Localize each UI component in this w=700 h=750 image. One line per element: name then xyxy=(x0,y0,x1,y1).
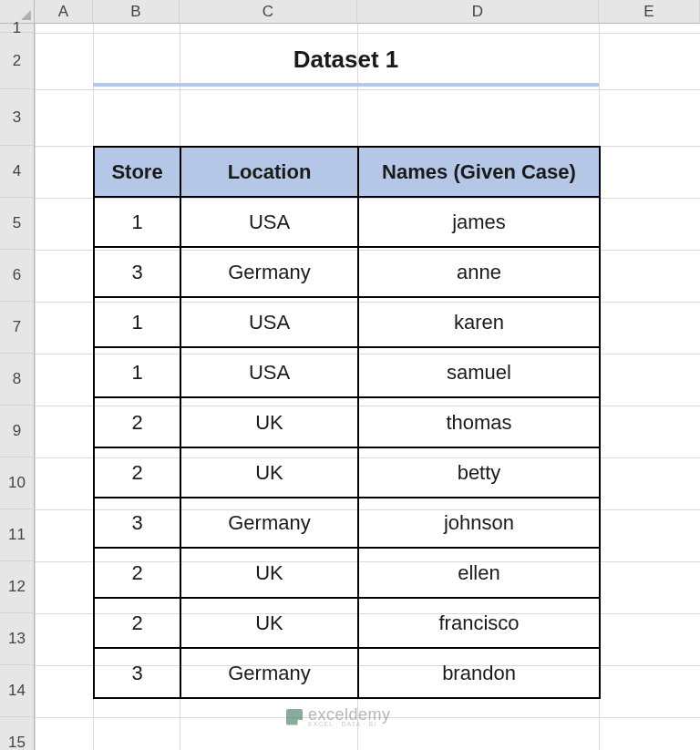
cell-location[interactable]: USA xyxy=(180,197,358,247)
row-header-4[interactable]: 4 xyxy=(0,146,35,198)
table-row: 3Germanybrandon xyxy=(94,648,600,698)
cell-name[interactable]: brandon xyxy=(358,648,600,698)
row-header-6[interactable]: 6 xyxy=(0,250,35,302)
cell-location[interactable]: Germany xyxy=(180,498,358,548)
row-header-5[interactable]: 5 xyxy=(0,198,35,250)
column-header-D[interactable]: D xyxy=(357,0,599,24)
cell-store[interactable]: 2 xyxy=(94,397,180,447)
table-row: 2UKthomas xyxy=(94,397,600,447)
cell-store[interactable]: 1 xyxy=(94,347,180,397)
column-header-E[interactable]: E xyxy=(599,0,700,24)
cell-location[interactable]: Germany xyxy=(180,247,358,297)
cell-store[interactable]: 2 xyxy=(94,548,180,598)
cell-store[interactable]: 3 xyxy=(94,648,180,698)
watermark: exceldemy EXCEL · DATA · BI xyxy=(286,706,391,727)
row-header-12[interactable]: 12 xyxy=(0,561,35,613)
header-store[interactable]: Store xyxy=(94,147,180,197)
row-header-9[interactable]: 9 xyxy=(0,406,35,457)
table-row: 2UKfrancisco xyxy=(94,598,600,648)
cell-name[interactable]: anne xyxy=(358,247,600,297)
watermark-subtext: EXCEL · DATA · BI xyxy=(308,721,391,727)
column-header-C[interactable]: C xyxy=(180,0,357,24)
cell-name[interactable]: thomas xyxy=(358,397,600,447)
row-header-10[interactable]: 10 xyxy=(0,457,35,509)
cell-location[interactable]: USA xyxy=(180,347,358,397)
cell-location[interactable]: UK xyxy=(180,548,358,598)
column-headers: ABCDE xyxy=(35,0,700,24)
cell-name[interactable]: karen xyxy=(358,297,600,347)
table-row: 3Germanyjohnson xyxy=(94,498,600,548)
table-row: 1USAkaren xyxy=(94,297,600,347)
cell-store[interactable]: 1 xyxy=(94,297,180,347)
cell-store[interactable]: 2 xyxy=(94,447,180,498)
cell-store[interactable]: 3 xyxy=(94,247,180,297)
table-row: 1USAjames xyxy=(94,197,600,247)
watermark-logo-icon xyxy=(286,709,303,725)
table-row: 2UKbetty xyxy=(94,447,600,498)
spreadsheet-grid: ABCDE 123456789101112131415 Dataset 1 St… xyxy=(0,0,700,750)
column-header-B[interactable]: B xyxy=(93,0,180,24)
cell-location[interactable]: UK xyxy=(180,397,358,447)
row-header-14[interactable]: 14 xyxy=(0,665,35,717)
column-header-A[interactable]: A xyxy=(35,0,93,24)
cell-name[interactable]: ellen xyxy=(358,548,600,598)
row-header-15[interactable]: 15 xyxy=(0,717,35,750)
row-header-13[interactable]: 13 xyxy=(0,613,35,665)
cell-location[interactable]: UK xyxy=(180,598,358,648)
row-headers: 123456789101112131415 xyxy=(0,24,35,750)
header-location[interactable]: Location xyxy=(180,147,358,197)
row-header-1[interactable]: 1 xyxy=(0,24,35,33)
table-row: 1USAsamuel xyxy=(94,347,600,397)
cell-location[interactable]: Germany xyxy=(180,648,358,698)
row-header-8[interactable]: 8 xyxy=(0,354,35,406)
cell-location[interactable]: USA xyxy=(180,297,358,347)
row-header-7[interactable]: 7 xyxy=(0,302,35,354)
row-header-2[interactable]: 2 xyxy=(0,33,35,89)
row-header-11[interactable]: 11 xyxy=(0,509,35,561)
cell-store[interactable]: 1 xyxy=(94,197,180,247)
row-header-3[interactable]: 3 xyxy=(0,89,35,146)
table-header-row: Store Location Names (Given Case) xyxy=(94,147,600,197)
dataset-title: Dataset 1 xyxy=(93,36,599,87)
table-row: 3Germanyanne xyxy=(94,247,600,297)
cell-name[interactable]: samuel xyxy=(358,347,600,397)
table-row: 2UKellen xyxy=(94,548,600,598)
cell-name[interactable]: francisco xyxy=(358,598,600,648)
cell-store[interactable]: 2 xyxy=(94,598,180,648)
cell-location[interactable]: UK xyxy=(180,447,358,498)
cell-name[interactable]: johnson xyxy=(358,498,600,548)
cell-store[interactable]: 3 xyxy=(94,498,180,548)
header-names[interactable]: Names (Given Case) xyxy=(358,147,600,197)
data-table: Store Location Names (Given Case) 1USAja… xyxy=(93,146,601,699)
dataset-title-text: Dataset 1 xyxy=(293,46,399,74)
cell-name[interactable]: james xyxy=(358,197,600,247)
cell-name[interactable]: betty xyxy=(358,447,600,498)
